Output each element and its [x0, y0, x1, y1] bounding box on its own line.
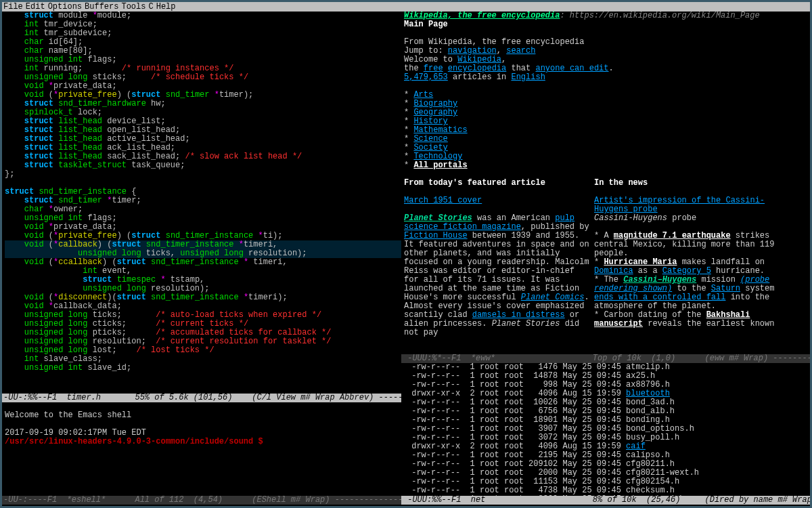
dir-link[interactable]: caif — [626, 442, 646, 451]
link-planet-comics[interactable]: Planet Comics — [521, 293, 585, 302]
eshell-timestamp: 2017-09-19 09:02:17PM Tue EDT — [5, 428, 146, 438]
link-search[interactable]: search — [506, 46, 535, 56]
txt-n3b: mission — [696, 275, 740, 284]
txt-n2c: as a — [633, 266, 662, 276]
eshell-welcome: Welcome to the Emacs shell — [5, 410, 131, 420]
link-damsels[interactable]: damsels in distress — [472, 310, 565, 320]
txt-ps3: between 1939 and 1955. It featured adven… — [404, 231, 589, 302]
menu-item-c[interactable]: C — [148, 2, 153, 12]
jump-to-label: Jump to: — [404, 46, 448, 56]
emacs-menubar: FileEditOptionsBuffersToolsCHelp — [2, 2, 810, 12]
link-fiction-house[interactable]: Fiction House — [404, 231, 468, 240]
link-portal-biography[interactable]: Biography — [413, 99, 457, 108]
link-cassini[interactable]: Cassini–Huygens — [623, 275, 696, 284]
link-pulp[interactable]: pulp — [555, 213, 574, 223]
link-march-cover[interactable]: March 1951 cover — [404, 196, 482, 205]
minibuffer[interactable] — [2, 505, 810, 506]
txt-n3a: The — [604, 275, 623, 284]
eshell-prompt[interactable]: /usr/src/linux-headers-4.9.0-3-common/in… — [5, 437, 268, 446]
link-portal-technology[interactable]: Technology — [413, 152, 462, 161]
link-earthquake[interactable]: magnitude 7.1 earthquake — [614, 231, 731, 240]
dir-link[interactable]: bluetooth — [626, 389, 670, 398]
link-encyclopedia[interactable]: encyclopedia — [448, 64, 506, 73]
modeline-dired: -UUU:%%--F1 net 8% of 10k (25,46) (Dired… — [401, 496, 812, 505]
menu-item-edit[interactable]: Edit — [26, 2, 45, 12]
link-cat5[interactable]: Category 5 — [662, 266, 711, 276]
link-planet-stories[interactable]: Planet Stories — [404, 213, 472, 223]
link-dominica[interactable]: Dominica — [594, 266, 633, 276]
link-article-count[interactable]: 5,479,653 — [404, 72, 448, 82]
eshell-buffer[interactable]: Welcome to the Emacs shell 2017-09-19 09… — [2, 402, 401, 496]
link-scifi-mag[interactable]: science fiction magazine — [404, 222, 521, 232]
link-portal-science[interactable]: Science — [413, 134, 447, 144]
txt-that: that — [506, 64, 535, 73]
txt-n3d: system — [740, 284, 774, 293]
menu-item-file[interactable]: File — [3, 2, 23, 12]
eww-web-buffer[interactable]: Wikipedia, the free encyclopedia: https:… — [401, 12, 812, 354]
eww-url: : https://en.wikipedia.org/wiki/Main_Pag… — [560, 12, 764, 20]
txt-n1a: A — [604, 231, 613, 240]
modeline-eww: -UUU:%*--F1 *eww* Top of 10k (1,0) (eww … — [401, 354, 812, 363]
source-code-buffer[interactable]: struct module *module; int tmr_device; i… — [2, 12, 401, 394]
txt-n3c: to the — [672, 284, 711, 293]
news-heading: In the news — [594, 179, 797, 188]
code-line: }; — [5, 170, 401, 179]
caption-ch: Cassini-Huygens — [594, 213, 667, 223]
code-line: struct tasklet_struct task_queue; — [5, 161, 401, 170]
page-h1: Main Page — [404, 20, 812, 29]
link-navigation[interactable]: navigation — [448, 46, 497, 56]
link-hurricane-maria[interactable]: Hurricane Maria — [604, 257, 677, 267]
link-english[interactable]: English — [511, 72, 545, 82]
txt-n2b: makes landfall on — [677, 257, 765, 267]
link-artist-impression[interactable]: Artist's impression of the Cassini-Huyge… — [594, 196, 765, 214]
txt-n4b: reveals the earliest known — [643, 319, 774, 329]
link-wikipedia[interactable]: Wikipedia — [457, 55, 501, 64]
dired-buffer[interactable]: -rw-r--r-- 1 root root 1476 May 25 09:45… — [401, 363, 812, 496]
welcome-label: Welcome to — [404, 55, 457, 64]
link-portal-history[interactable]: History — [413, 117, 447, 126]
featured-heading: From today's featured article — [404, 179, 590, 188]
link-portal-mathematics[interactable]: Mathematics — [413, 125, 467, 135]
txt-articles-in: articles in — [448, 72, 512, 82]
link-portal-society[interactable]: Society — [413, 143, 447, 152]
menu-item-options[interactable]: Options — [48, 2, 82, 12]
link-saturn[interactable]: Saturn — [711, 284, 740, 293]
menu-item-buffers[interactable]: Buffers — [85, 2, 118, 12]
txt-n4a: Carbon dating of the — [604, 310, 706, 320]
txt-ps2: , published by — [521, 222, 589, 232]
link-portal-geography[interactable]: Geography — [413, 108, 457, 117]
txt-ps1: was an American — [472, 213, 555, 223]
link-controlled-fall[interactable]: ends with a controlled fall — [594, 293, 725, 302]
link-free[interactable]: free — [424, 64, 443, 73]
link-portal-arts[interactable]: Arts — [413, 90, 433, 100]
txt-the: the — [404, 64, 424, 73]
menu-item-tools[interactable]: Tools — [121, 2, 145, 12]
txt-ps-italic: Planet Stories — [492, 319, 560, 329]
link-all-portals[interactable]: All portals — [413, 161, 467, 170]
code-line: unsigned int slave_id; — [5, 364, 401, 373]
modeline-eshell: -UU-:----F1 *eshell* All of 112 (4,54) (… — [2, 496, 401, 505]
menu-item-help[interactable]: Help — [156, 2, 176, 12]
modeline-timer-h: -UU-:%%--F1 timer.h 55% of 5.6k (101,56)… — [2, 394, 401, 402]
caption-probe: probe — [667, 213, 696, 223]
txt-n2d: hurricane. — [711, 266, 765, 276]
link-anyone-edit[interactable]: anyone can edit — [535, 64, 608, 73]
